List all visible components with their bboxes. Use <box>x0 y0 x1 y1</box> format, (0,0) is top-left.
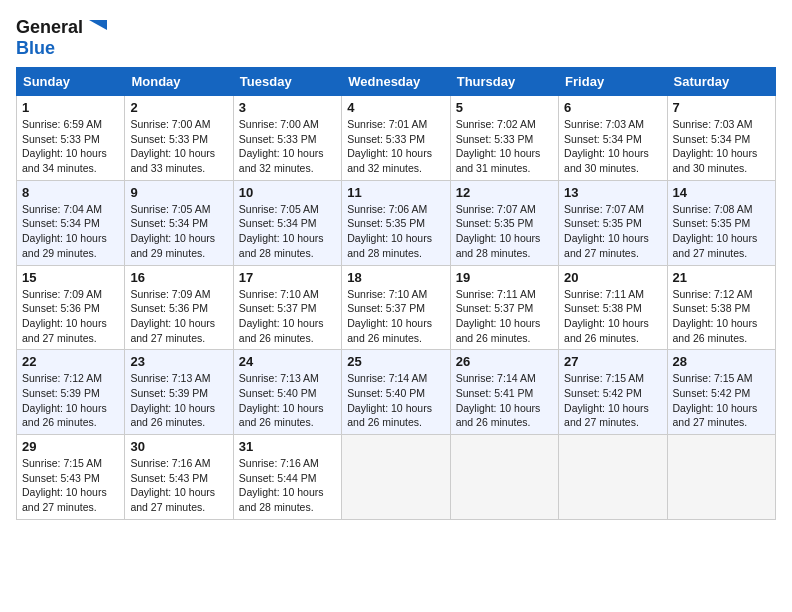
week-row-2: 8 Sunrise: 7:04 AMSunset: 5:34 PMDayligh… <box>17 180 776 265</box>
day-number: 19 <box>456 270 553 285</box>
day-info: Sunrise: 7:13 AMSunset: 5:39 PMDaylight:… <box>130 371 227 430</box>
logo: General Blue <box>16 16 107 57</box>
day-number: 14 <box>673 185 770 200</box>
day-info: Sunrise: 7:09 AMSunset: 5:36 PMDaylight:… <box>130 287 227 346</box>
day-info: Sunrise: 7:00 AMSunset: 5:33 PMDaylight:… <box>239 117 336 176</box>
weekday-header-row: SundayMondayTuesdayWednesdayThursdayFrid… <box>17 68 776 96</box>
day-info: Sunrise: 7:04 AMSunset: 5:34 PMDaylight:… <box>22 202 119 261</box>
day-number: 22 <box>22 354 119 369</box>
day-info: Sunrise: 7:15 AMSunset: 5:43 PMDaylight:… <box>22 456 119 515</box>
day-info: Sunrise: 6:59 AMSunset: 5:33 PMDaylight:… <box>22 117 119 176</box>
day-number: 1 <box>22 100 119 115</box>
day-info: Sunrise: 7:14 AMSunset: 5:40 PMDaylight:… <box>347 371 444 430</box>
day-number: 7 <box>673 100 770 115</box>
calendar-cell: 29 Sunrise: 7:15 AMSunset: 5:43 PMDaylig… <box>17 435 125 520</box>
day-number: 3 <box>239 100 336 115</box>
calendar-cell <box>559 435 667 520</box>
weekday-header-tuesday: Tuesday <box>233 68 341 96</box>
week-row-4: 22 Sunrise: 7:12 AMSunset: 5:39 PMDaylig… <box>17 350 776 435</box>
logo-blue: Blue <box>16 39 55 57</box>
day-info: Sunrise: 7:03 AMSunset: 5:34 PMDaylight:… <box>564 117 661 176</box>
day-info: Sunrise: 7:11 AMSunset: 5:37 PMDaylight:… <box>456 287 553 346</box>
day-info: Sunrise: 7:10 AMSunset: 5:37 PMDaylight:… <box>239 287 336 346</box>
week-row-5: 29 Sunrise: 7:15 AMSunset: 5:43 PMDaylig… <box>17 435 776 520</box>
weekday-header-thursday: Thursday <box>450 68 558 96</box>
day-info: Sunrise: 7:15 AMSunset: 5:42 PMDaylight:… <box>673 371 770 430</box>
calendar-cell: 26 Sunrise: 7:14 AMSunset: 5:41 PMDaylig… <box>450 350 558 435</box>
day-number: 18 <box>347 270 444 285</box>
day-info: Sunrise: 7:06 AMSunset: 5:35 PMDaylight:… <box>347 202 444 261</box>
calendar-cell: 31 Sunrise: 7:16 AMSunset: 5:44 PMDaylig… <box>233 435 341 520</box>
calendar-cell <box>450 435 558 520</box>
weekday-header-monday: Monday <box>125 68 233 96</box>
calendar-cell: 13 Sunrise: 7:07 AMSunset: 5:35 PMDaylig… <box>559 180 667 265</box>
day-info: Sunrise: 7:05 AMSunset: 5:34 PMDaylight:… <box>130 202 227 261</box>
day-number: 4 <box>347 100 444 115</box>
logo-general: General <box>16 18 83 36</box>
day-info: Sunrise: 7:03 AMSunset: 5:34 PMDaylight:… <box>673 117 770 176</box>
day-number: 6 <box>564 100 661 115</box>
day-number: 13 <box>564 185 661 200</box>
page-header: General Blue <box>16 16 776 57</box>
day-number: 10 <box>239 185 336 200</box>
calendar-cell: 9 Sunrise: 7:05 AMSunset: 5:34 PMDayligh… <box>125 180 233 265</box>
day-number: 12 <box>456 185 553 200</box>
day-info: Sunrise: 7:09 AMSunset: 5:36 PMDaylight:… <box>22 287 119 346</box>
calendar-cell: 17 Sunrise: 7:10 AMSunset: 5:37 PMDaylig… <box>233 265 341 350</box>
day-number: 9 <box>130 185 227 200</box>
day-info: Sunrise: 7:16 AMSunset: 5:43 PMDaylight:… <box>130 456 227 515</box>
day-info: Sunrise: 7:07 AMSunset: 5:35 PMDaylight:… <box>564 202 661 261</box>
logo-triangle-icon <box>85 16 107 38</box>
calendar-cell <box>342 435 450 520</box>
day-number: 23 <box>130 354 227 369</box>
calendar-cell: 12 Sunrise: 7:07 AMSunset: 5:35 PMDaylig… <box>450 180 558 265</box>
day-info: Sunrise: 7:14 AMSunset: 5:41 PMDaylight:… <box>456 371 553 430</box>
day-number: 17 <box>239 270 336 285</box>
day-number: 24 <box>239 354 336 369</box>
day-info: Sunrise: 7:16 AMSunset: 5:44 PMDaylight:… <box>239 456 336 515</box>
calendar-cell: 10 Sunrise: 7:05 AMSunset: 5:34 PMDaylig… <box>233 180 341 265</box>
day-number: 25 <box>347 354 444 369</box>
calendar-cell: 3 Sunrise: 7:00 AMSunset: 5:33 PMDayligh… <box>233 96 341 181</box>
calendar-table: SundayMondayTuesdayWednesdayThursdayFrid… <box>16 67 776 520</box>
weekday-header-saturday: Saturday <box>667 68 775 96</box>
calendar-cell: 16 Sunrise: 7:09 AMSunset: 5:36 PMDaylig… <box>125 265 233 350</box>
weekday-header-friday: Friday <box>559 68 667 96</box>
calendar-cell: 27 Sunrise: 7:15 AMSunset: 5:42 PMDaylig… <box>559 350 667 435</box>
day-number: 31 <box>239 439 336 454</box>
weekday-header-sunday: Sunday <box>17 68 125 96</box>
day-number: 2 <box>130 100 227 115</box>
calendar-cell: 15 Sunrise: 7:09 AMSunset: 5:36 PMDaylig… <box>17 265 125 350</box>
calendar-cell: 7 Sunrise: 7:03 AMSunset: 5:34 PMDayligh… <box>667 96 775 181</box>
day-info: Sunrise: 7:05 AMSunset: 5:34 PMDaylight:… <box>239 202 336 261</box>
day-info: Sunrise: 7:01 AMSunset: 5:33 PMDaylight:… <box>347 117 444 176</box>
calendar-cell: 18 Sunrise: 7:10 AMSunset: 5:37 PMDaylig… <box>342 265 450 350</box>
day-number: 30 <box>130 439 227 454</box>
day-number: 20 <box>564 270 661 285</box>
day-number: 21 <box>673 270 770 285</box>
calendar-cell: 14 Sunrise: 7:08 AMSunset: 5:35 PMDaylig… <box>667 180 775 265</box>
svg-marker-0 <box>89 20 107 30</box>
day-info: Sunrise: 7:08 AMSunset: 5:35 PMDaylight:… <box>673 202 770 261</box>
day-number: 29 <box>22 439 119 454</box>
day-number: 5 <box>456 100 553 115</box>
weekday-header-wednesday: Wednesday <box>342 68 450 96</box>
day-info: Sunrise: 7:10 AMSunset: 5:37 PMDaylight:… <box>347 287 444 346</box>
day-info: Sunrise: 7:15 AMSunset: 5:42 PMDaylight:… <box>564 371 661 430</box>
day-info: Sunrise: 7:13 AMSunset: 5:40 PMDaylight:… <box>239 371 336 430</box>
calendar-cell: 25 Sunrise: 7:14 AMSunset: 5:40 PMDaylig… <box>342 350 450 435</box>
logo-text-block: General Blue <box>16 16 107 57</box>
day-info: Sunrise: 7:11 AMSunset: 5:38 PMDaylight:… <box>564 287 661 346</box>
day-number: 8 <box>22 185 119 200</box>
calendar-cell: 5 Sunrise: 7:02 AMSunset: 5:33 PMDayligh… <box>450 96 558 181</box>
calendar-cell: 19 Sunrise: 7:11 AMSunset: 5:37 PMDaylig… <box>450 265 558 350</box>
calendar-cell: 28 Sunrise: 7:15 AMSunset: 5:42 PMDaylig… <box>667 350 775 435</box>
calendar-cell: 21 Sunrise: 7:12 AMSunset: 5:38 PMDaylig… <box>667 265 775 350</box>
day-info: Sunrise: 7:02 AMSunset: 5:33 PMDaylight:… <box>456 117 553 176</box>
day-info: Sunrise: 7:00 AMSunset: 5:33 PMDaylight:… <box>130 117 227 176</box>
day-info: Sunrise: 7:07 AMSunset: 5:35 PMDaylight:… <box>456 202 553 261</box>
calendar-cell: 20 Sunrise: 7:11 AMSunset: 5:38 PMDaylig… <box>559 265 667 350</box>
calendar-cell: 11 Sunrise: 7:06 AMSunset: 5:35 PMDaylig… <box>342 180 450 265</box>
calendar-cell: 22 Sunrise: 7:12 AMSunset: 5:39 PMDaylig… <box>17 350 125 435</box>
day-info: Sunrise: 7:12 AMSunset: 5:39 PMDaylight:… <box>22 371 119 430</box>
